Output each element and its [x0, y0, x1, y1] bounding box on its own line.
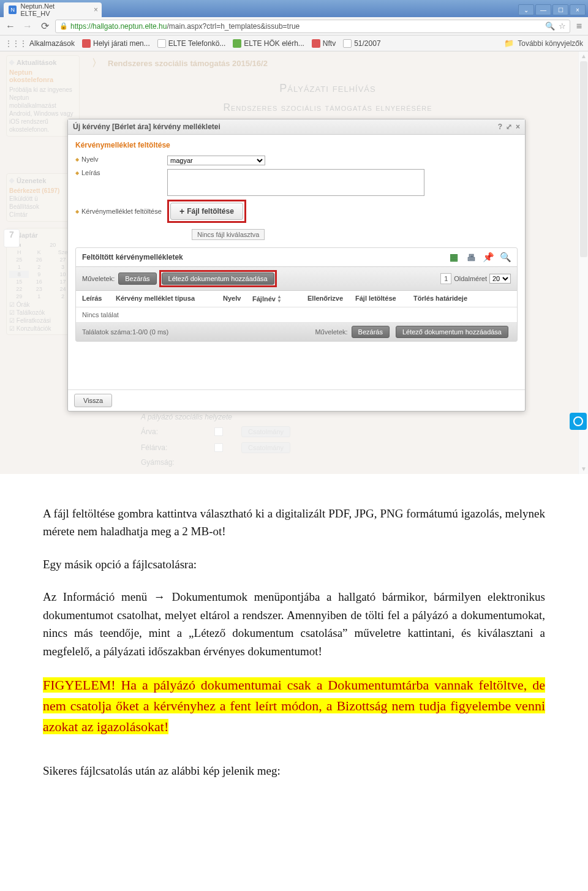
upload-button-highlight: + Fájl feltöltése — [167, 200, 246, 223]
orphan-label: Árva: — [141, 427, 196, 436]
browser-tab[interactable]: N Neptun.Net ELTE_HV × — [4, 2, 102, 17]
bookmark-4[interactable]: Nftv — [312, 39, 336, 48]
orphan-checkbox[interactable] — [214, 427, 223, 436]
bookmark-1[interactable]: Helyi járati men... — [82, 39, 150, 48]
main-content: 〉 Rendszeres szociális támogatás 2015/16… — [92, 51, 564, 113]
halforphan-label: Félárva: — [141, 443, 196, 452]
bookmark-label: Nftv — [323, 39, 336, 48]
apps-button[interactable]: ⋮⋮⋮Alkalmazások — [5, 39, 75, 48]
teamviewer-badge-icon[interactable] — [570, 413, 587, 430]
bookmark-3[interactable]: ELTE HÖK elérh... — [233, 39, 304, 48]
lock-icon: 🔒 — [59, 22, 68, 30]
nav-forward-icon[interactable]: → — [21, 20, 34, 33]
panel-title: Feltöltött kérvénymellékletek — [82, 253, 183, 261]
bookmark-label: ELTE Telefonkö... — [168, 39, 226, 48]
address-search-icon[interactable]: 🔍 — [545, 21, 555, 31]
window-maximize-icon[interactable]: ☐ — [552, 4, 568, 15]
modal-expand-icon[interactable]: ⤢ — [506, 122, 512, 131]
doc-paragraph-1: A fájl feltöltése gombra kattintva válas… — [43, 505, 545, 541]
bookmark-2[interactable]: ELTE Telefonkö... — [157, 39, 226, 48]
cal-filter-consult[interactable]: ☑ Konzultációk — [9, 325, 77, 332]
close-panel-button[interactable]: Bezárás — [118, 273, 156, 285]
apps-label: Alkalmazások — [29, 39, 75, 48]
add-existing-doc-button[interactable]: Létező dokumentum hozzáadása — [162, 273, 274, 285]
bookmarks-more[interactable]: 📁További könyvjelzők — [504, 39, 583, 48]
file-upload-button[interactable]: + Fájl feltöltése — [170, 203, 243, 220]
diamond-icon: ◆ — [75, 209, 79, 214]
cal-filter-classes[interactable]: ☑ Órák — [9, 301, 77, 308]
nav-back-icon[interactable]: ← — [4, 20, 17, 33]
scroll-thumb[interactable] — [580, 61, 587, 257]
chrome-menu-icon[interactable]: ≡ — [574, 21, 584, 32]
language-select[interactable]: magyar — [167, 156, 265, 165]
col-description[interactable]: Leírás — [82, 295, 116, 303]
bookmark-favicon — [312, 39, 320, 48]
halforphan-checkbox[interactable] — [214, 443, 223, 452]
upload-section-title: Kérvénymelléklet feltöltése — [75, 141, 518, 149]
bookmark-label: Helyi járati men... — [93, 39, 150, 48]
col-type[interactable]: Kérvény melléklet típusa — [116, 295, 223, 303]
nav-reload-icon[interactable]: ⟳ — [38, 20, 51, 33]
browser-titlebar: N Neptun.Net ELTE_HV × ⌄ — ☐ × — [0, 0, 588, 17]
page-size-select[interactable]: 20 — [489, 274, 511, 284]
description-textarea[interactable] — [167, 169, 424, 196]
page-size-label: Oldalméret — [454, 275, 487, 282]
window-dropdown-icon[interactable]: ⌄ — [518, 4, 534, 15]
col-filename[interactable]: Fájlnév▲▼ — [252, 295, 307, 303]
modal-titlebar[interactable]: Új kérvény [Bérlet ára] kérvény mellékle… — [68, 119, 525, 135]
sidebar-smart-text: Próbálja ki az ingyenes Neptun mobilalka… — [9, 86, 77, 133]
result-count: Találatok száma:1-0/0 (0 ms) — [82, 328, 168, 336]
bookmark-label: 51/2007 — [354, 39, 380, 48]
bookmark-favicon — [82, 39, 91, 48]
pin-icon[interactable]: 📌 — [483, 252, 494, 263]
page-number[interactable]: 1 — [440, 273, 451, 284]
breadcrumb-arrow-icon: 〉 — [92, 57, 102, 70]
breadcrumb: 〉 Rendszeres szociális támogatás 2015/16… — [92, 55, 564, 71]
panel-search-icon[interactable]: 🔍 — [500, 252, 511, 263]
modal-close-icon[interactable]: × — [516, 122, 520, 131]
document-body: A fájl feltöltése gombra kattintva válas… — [0, 474, 588, 819]
add-existing-doc-button-footer[interactable]: Létező dokumentum hozzáadása — [396, 326, 508, 338]
doc-warning: FIGYELEM! Ha a pályázó dokumentumai csak… — [43, 675, 545, 737]
uploaded-list-panel: Feltöltött kérvénymellékletek ▦ 🖶 📌 🔍 Mű… — [75, 247, 518, 342]
page-scrollbar[interactable]: ▲ ▼ — [578, 51, 588, 474]
bookmark-5[interactable]: 51/2007 — [343, 39, 380, 48]
url-host: hallgato.neptun.elte.hu — [92, 22, 167, 31]
diamond-icon: ◆ — [75, 170, 79, 176]
print-icon[interactable]: 🖶 — [466, 252, 477, 263]
breadcrumb-text: Rendszeres szociális támogatás 2015/16/2 — [108, 59, 268, 68]
warning-title: FIGYELEM! — [43, 677, 116, 693]
warning-text: Ha a pályázó dokumentumai csak a Dokumen… — [43, 677, 545, 734]
export-xls-icon[interactable]: ▦ — [448, 252, 459, 263]
panel-footer: Találatok száma:1-0/0 (0 ms) Műveletek: … — [76, 323, 517, 341]
orphan-attach-button[interactable]: Csatolmány — [241, 426, 290, 437]
no-file-label: Nincs fájl kiválasztva — [192, 229, 265, 240]
scroll-up-icon[interactable]: ▲ — [579, 51, 588, 61]
halforphan-attach-button[interactable]: Csatolmány — [241, 442, 290, 453]
bookmark-star-icon[interactable]: ☆ — [559, 21, 566, 31]
window-minimize-icon[interactable]: — — [535, 4, 551, 15]
col-download[interactable]: Fájl letöltése — [355, 295, 413, 303]
upload-button-label: Fájl feltöltése — [187, 207, 234, 216]
folder-icon: 📁 — [504, 39, 514, 48]
applicant-social-section: A pályázó szociális helyzete Árva: Csato… — [141, 413, 551, 467]
close-panel-button-footer[interactable]: Bezárás — [352, 326, 390, 338]
col-delete-deadline[interactable]: Törlés határideje — [413, 295, 511, 303]
guardian-label: Gyámság: — [141, 458, 196, 467]
address-bar[interactable]: 🔒 https://hallgato.neptun.elte.hu/main.a… — [55, 20, 570, 33]
arrow-icon: → — [154, 590, 165, 603]
neptun-page: ▲ ▼ ◆Aktualitások Neptun okostelefonra P… — [0, 51, 588, 474]
tab-close-icon[interactable]: × — [94, 6, 98, 14]
url-path: /main.aspx?ctrl=h_templates&issub=true — [167, 22, 300, 31]
window-close-icon[interactable]: × — [570, 4, 586, 15]
description-label: ◆Leírás — [75, 169, 167, 176]
cal-filter-signup[interactable]: ☑ Feliratkozási — [9, 317, 77, 324]
scroll-down-icon[interactable]: ▼ — [579, 464, 588, 474]
col-lang[interactable]: Nyelv — [223, 295, 252, 303]
page-heading-1: Pályázati felhívás — [92, 82, 564, 95]
col-verified[interactable]: Ellenőrizve — [307, 295, 355, 303]
cal-filter-meetings[interactable]: ☑ Találkozók — [9, 309, 77, 316]
back-button[interactable]: Vissza — [74, 394, 112, 407]
modal-help-icon[interactable]: ? — [498, 122, 502, 131]
bookmark-favicon — [343, 39, 352, 48]
